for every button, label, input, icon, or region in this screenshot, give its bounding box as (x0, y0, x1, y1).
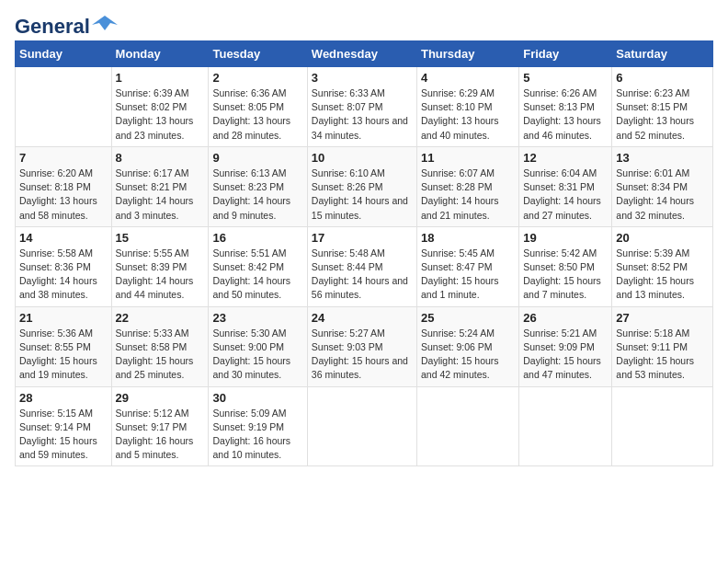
day-info: Sunrise: 5:12 AMSunset: 9:17 PMDaylight:… (116, 407, 205, 463)
weekday-header-saturday: Saturday (612, 41, 713, 67)
day-number: 18 (421, 231, 515, 245)
day-number: 29 (116, 391, 205, 405)
day-info: Sunrise: 5:27 AMSunset: 9:03 PMDaylight:… (312, 327, 413, 383)
day-cell: 6Sunrise: 6:23 AMSunset: 8:15 PMDaylight… (612, 67, 713, 147)
day-cell: 21Sunrise: 5:36 AMSunset: 8:55 PMDayligh… (16, 306, 112, 386)
day-cell (416, 386, 518, 466)
day-cell: 17Sunrise: 5:48 AMSunset: 8:44 PMDayligh… (307, 226, 416, 306)
weekday-header-thursday: Thursday (416, 41, 518, 67)
day-number: 22 (116, 311, 205, 325)
day-number: 14 (19, 231, 108, 245)
day-number: 20 (616, 231, 709, 245)
day-cell: 28Sunrise: 5:15 AMSunset: 9:14 PMDayligh… (16, 386, 112, 466)
day-cell: 10Sunrise: 6:10 AMSunset: 8:26 PMDayligh… (307, 146, 416, 226)
day-cell (16, 67, 112, 147)
day-cell: 3Sunrise: 6:33 AMSunset: 8:07 PMDaylight… (307, 67, 416, 147)
week-row-3: 14Sunrise: 5:58 AMSunset: 8:36 PMDayligh… (16, 226, 713, 306)
day-info: Sunrise: 6:20 AMSunset: 8:18 PMDaylight:… (19, 167, 108, 223)
day-cell (519, 386, 612, 466)
day-number: 7 (19, 151, 108, 165)
day-cell: 27Sunrise: 5:18 AMSunset: 9:11 PMDayligh… (612, 306, 713, 386)
day-number: 25 (421, 311, 515, 325)
day-info: Sunrise: 5:51 AMSunset: 8:42 PMDaylight:… (212, 247, 302, 303)
day-cell: 26Sunrise: 5:21 AMSunset: 9:09 PMDayligh… (519, 306, 612, 386)
day-cell: 22Sunrise: 5:33 AMSunset: 8:58 PMDayligh… (111, 306, 209, 386)
day-cell: 20Sunrise: 5:39 AMSunset: 8:52 PMDayligh… (612, 226, 713, 306)
day-info: Sunrise: 5:36 AMSunset: 8:55 PMDaylight:… (19, 327, 108, 383)
day-info: Sunrise: 6:23 AMSunset: 8:15 PMDaylight:… (616, 86, 709, 143)
day-info: Sunrise: 6:01 AMSunset: 8:34 PMDaylight:… (616, 167, 709, 223)
day-number: 15 (116, 231, 205, 245)
day-info: Sunrise: 6:17 AMSunset: 8:21 PMDaylight:… (116, 167, 205, 223)
day-number: 3 (312, 71, 413, 85)
day-info: Sunrise: 5:48 AMSunset: 8:44 PMDaylight:… (312, 247, 413, 303)
day-info: Sunrise: 5:42 AMSunset: 8:50 PMDaylight:… (523, 247, 608, 303)
week-row-2: 7Sunrise: 6:20 AMSunset: 8:18 PMDaylight… (16, 146, 713, 226)
day-info: Sunrise: 5:45 AMSunset: 8:47 PMDaylight:… (421, 247, 515, 303)
day-info: Sunrise: 6:10 AMSunset: 8:26 PMDaylight:… (312, 167, 413, 223)
day-number: 26 (523, 311, 608, 325)
day-cell: 11Sunrise: 6:07 AMSunset: 8:28 PMDayligh… (416, 146, 518, 226)
day-number: 5 (523, 71, 608, 85)
day-cell: 5Sunrise: 6:26 AMSunset: 8:13 PMDaylight… (519, 67, 612, 147)
weekday-header-monday: Monday (111, 41, 209, 67)
day-cell: 7Sunrise: 6:20 AMSunset: 8:18 PMDaylight… (16, 146, 112, 226)
day-cell: 12Sunrise: 6:04 AMSunset: 8:31 PMDayligh… (519, 146, 612, 226)
day-info: Sunrise: 6:29 AMSunset: 8:10 PMDaylight:… (421, 86, 515, 143)
day-cell: 2Sunrise: 6:36 AMSunset: 8:05 PMDaylight… (209, 67, 307, 147)
day-cell: 15Sunrise: 5:55 AMSunset: 8:39 PMDayligh… (111, 226, 209, 306)
day-cell: 19Sunrise: 5:42 AMSunset: 8:50 PMDayligh… (519, 226, 612, 306)
day-cell (612, 386, 713, 466)
day-cell: 8Sunrise: 6:17 AMSunset: 8:21 PMDaylight… (111, 146, 209, 226)
calendar-table: SundayMondayTuesdayWednesdayThursdayFrid… (15, 40, 713, 466)
day-info: Sunrise: 6:04 AMSunset: 8:31 PMDaylight:… (523, 167, 608, 223)
week-row-1: 1Sunrise: 6:39 AMSunset: 8:02 PMDaylight… (16, 67, 713, 147)
day-info: Sunrise: 5:24 AMSunset: 9:06 PMDaylight:… (421, 327, 515, 383)
day-info: Sunrise: 5:39 AMSunset: 8:52 PMDaylight:… (616, 247, 709, 303)
day-info: Sunrise: 6:13 AMSunset: 8:23 PMDaylight:… (212, 167, 302, 223)
day-info: Sunrise: 6:07 AMSunset: 8:28 PMDaylight:… (421, 167, 515, 223)
day-number: 12 (523, 151, 608, 165)
weekday-header-sunday: Sunday (16, 41, 112, 67)
week-row-5: 28Sunrise: 5:15 AMSunset: 9:14 PMDayligh… (16, 386, 713, 466)
weekday-header-row: SundayMondayTuesdayWednesdayThursdayFrid… (16, 41, 713, 67)
day-number: 19 (523, 231, 608, 245)
day-cell: 25Sunrise: 5:24 AMSunset: 9:06 PMDayligh… (416, 306, 518, 386)
weekday-header-wednesday: Wednesday (307, 41, 416, 67)
day-info: Sunrise: 5:09 AMSunset: 9:19 PMDaylight:… (212, 407, 302, 463)
day-info: Sunrise: 5:55 AMSunset: 8:39 PMDaylight:… (116, 247, 205, 303)
day-info: Sunrise: 5:30 AMSunset: 9:00 PMDaylight:… (212, 327, 302, 383)
day-number: 13 (616, 151, 709, 165)
day-number: 28 (19, 391, 108, 405)
day-cell: 30Sunrise: 5:09 AMSunset: 9:19 PMDayligh… (209, 386, 307, 466)
day-info: Sunrise: 6:33 AMSunset: 8:07 PMDaylight:… (312, 86, 413, 143)
day-cell (307, 386, 416, 466)
day-cell: 24Sunrise: 5:27 AMSunset: 9:03 PMDayligh… (307, 306, 416, 386)
day-cell: 16Sunrise: 5:51 AMSunset: 8:42 PMDayligh… (209, 226, 307, 306)
day-number: 6 (616, 71, 709, 85)
day-info: Sunrise: 5:18 AMSunset: 9:11 PMDaylight:… (616, 327, 709, 383)
day-number: 10 (312, 151, 413, 165)
day-number: 21 (19, 311, 108, 325)
day-number: 30 (212, 391, 302, 405)
weekday-header-friday: Friday (519, 41, 612, 67)
logo: General (15, 15, 118, 33)
day-number: 16 (212, 231, 302, 245)
day-number: 8 (116, 151, 205, 165)
day-cell: 18Sunrise: 5:45 AMSunset: 8:47 PMDayligh… (416, 226, 518, 306)
day-cell: 9Sunrise: 6:13 AMSunset: 8:23 PMDaylight… (209, 146, 307, 226)
day-cell: 13Sunrise: 6:01 AMSunset: 8:34 PMDayligh… (612, 146, 713, 226)
day-info: Sunrise: 5:21 AMSunset: 9:09 PMDaylight:… (523, 327, 608, 383)
day-info: Sunrise: 6:36 AMSunset: 8:05 PMDaylight:… (212, 86, 302, 143)
weekday-header-tuesday: Tuesday (209, 41, 307, 67)
logo-bird-icon (92, 12, 118, 38)
day-number: 4 (421, 71, 515, 85)
week-row-4: 21Sunrise: 5:36 AMSunset: 8:55 PMDayligh… (16, 306, 713, 386)
day-cell: 1Sunrise: 6:39 AMSunset: 8:02 PMDaylight… (111, 67, 209, 147)
day-info: Sunrise: 6:39 AMSunset: 8:02 PMDaylight:… (116, 86, 205, 143)
day-info: Sunrise: 5:33 AMSunset: 8:58 PMDaylight:… (116, 327, 205, 383)
day-cell: 4Sunrise: 6:29 AMSunset: 8:10 PMDaylight… (416, 67, 518, 147)
day-info: Sunrise: 5:58 AMSunset: 8:36 PMDaylight:… (19, 247, 108, 303)
svg-marker-0 (92, 16, 118, 30)
day-number: 27 (616, 311, 709, 325)
